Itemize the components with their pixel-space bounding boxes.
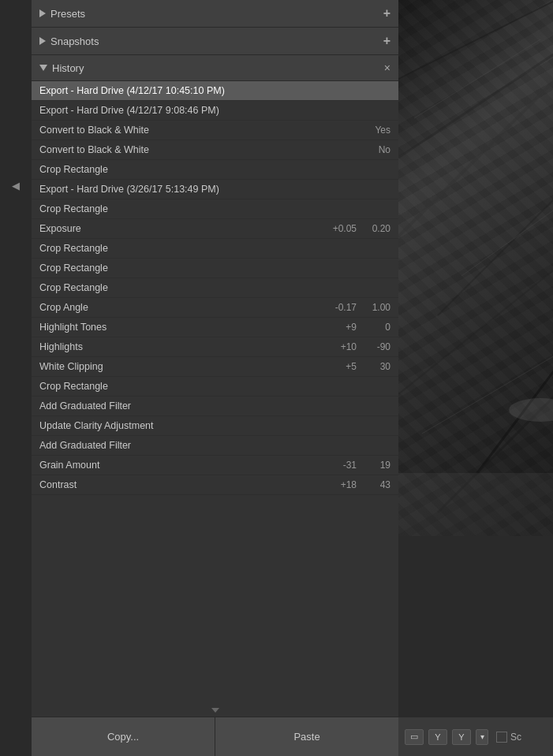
history-item[interactable]: Contrast+1843 [32,475,398,495]
y2-icon: Y [458,732,464,742]
history-item[interactable]: Add Graduated Filter [32,397,398,416]
history-item[interactable]: Highlights+10-90 [32,337,398,357]
history-item[interactable]: Export - Hard Drive (3/26/17 5:13:49 PM) [32,180,398,199]
history-item-val1: -31 [329,460,357,471]
history-item[interactable]: Crop Rectangle [32,239,398,259]
presets-collapse-icon [39,9,46,17]
history-item-values: No [363,144,390,155]
history-item[interactable]: Grain Amount-3119 [32,456,398,475]
history-item-values: +0.050.20 [329,223,390,234]
presets-title: Presets [50,8,85,20]
history-item[interactable]: Crop Rectangle [32,160,398,180]
history-item-name: White Clipping [39,361,329,372]
history-item-val2: 19 [363,460,390,471]
history-item[interactable]: Crop Rectangle [32,377,398,397]
history-item-name: Highlight Tones [39,322,329,333]
snapshots-add-button[interactable]: + [383,34,390,48]
dropdown-icon: ▾ [480,732,484,741]
presets-section-header[interactable]: Presets + [32,0,398,28]
history-item[interactable]: Convert to Black & WhiteYes [32,121,398,140]
history-item-val1: No [363,144,390,155]
rectangle-tool-button[interactable]: ▭ [405,729,424,745]
history-item-name: Crop Rectangle [39,164,390,175]
history-item-val2: 0 [363,322,390,333]
history-item-values: -3119 [329,460,390,471]
svg-line-4 [477,158,553,473]
history-item-name: Crop Rectangle [39,203,390,214]
rectangle-icon: ▭ [410,732,418,742]
history-item[interactable]: Add Graduated Filter [32,436,398,456]
dropdown-button[interactable]: ▾ [476,729,488,745]
history-item-name: Grain Amount [39,460,329,471]
history-item-values: +530 [329,361,390,372]
photo-panel: ▭ Y Y ▾ Sc [398,0,553,756]
y-icon: Y [435,732,440,742]
snapshots-section-header[interactable]: Snapshots + [32,28,398,55]
history-item-name: Convert to Black & White [39,125,363,136]
sc-checkbox[interactable] [496,732,507,743]
history-item[interactable]: Update Clarity Adjustment [32,416,398,436]
scroll-indicator [32,704,398,717]
photo-display [398,0,553,536]
history-item[interactable]: Crop Rectangle [32,278,398,298]
svg-point-11 [509,398,553,422]
history-section-header[interactable]: History × [32,55,398,81]
history-item-values: -0.171.00 [329,302,390,313]
history-item-val2: 1.00 [363,302,390,313]
history-item-name: Convert to Black & White [39,144,363,155]
presets-add-button[interactable]: + [383,6,390,20]
y-tool-button[interactable]: Y [428,729,447,745]
history-item-name: Crop Rectangle [39,381,390,392]
history-item[interactable]: Crop Rectangle [32,199,398,219]
history-item-val1: +0.05 [329,223,357,234]
history-item-name: Exposure [39,223,329,234]
svg-line-3 [398,79,553,236]
right-toolbar: ▭ Y Y ▾ Sc [398,717,553,756]
history-item-values: +90 [329,322,390,333]
history-item-val1: Yes [363,125,390,136]
history-item-name: Export - Hard Drive (4/12/17 10:45:10 PM… [39,85,390,96]
history-list: Export - Hard Drive (4/12/17 10:45:10 PM… [32,81,398,704]
history-item[interactable]: Exposure+0.050.20 [32,219,398,239]
history-item[interactable]: Highlight Tones+90 [32,318,398,337]
history-item-name: Update Clarity Adjustment [39,420,390,431]
history-item[interactable]: Export - Hard Drive (4/12/17 10:45:10 PM… [32,81,398,101]
history-close-button[interactable]: × [384,61,390,74]
develop-panel: Presets + Snapshots + History × Export -… [32,0,398,756]
history-item-val2: 43 [363,479,390,490]
history-item-val2: 0.20 [363,223,390,234]
paste-button[interactable]: Paste [215,717,398,756]
history-item-val1: +10 [329,341,357,352]
photo-area [398,0,553,717]
svg-line-8 [461,197,553,276]
snapshots-header-left: Snapshots [39,35,99,47]
history-item-name: Add Graduated Filter [39,400,390,412]
history-item-values: +10-90 [329,341,390,352]
history-item-name: Export - Hard Drive (4/12/17 9:08:46 PM) [39,105,390,116]
presets-header-left: Presets [39,8,85,20]
history-item[interactable]: Convert to Black & WhiteNo [32,140,398,160]
snapshots-collapse-icon [39,37,46,45]
history-item-val1: +18 [329,479,357,490]
left-sidebar-bar: ◀ [0,0,32,756]
history-item-name: Crop Rectangle [39,243,390,254]
history-item-values: +1843 [329,479,390,490]
history-item[interactable]: Crop Rectangle [32,259,398,278]
copy-button[interactable]: Copy... [32,717,215,756]
history-item[interactable]: Export - Hard Drive (4/12/17 9:08:46 PM) [32,101,398,121]
svg-line-9 [422,355,553,434]
svg-rect-10 [398,473,553,536]
history-item[interactable]: Crop Angle-0.171.00 [32,298,398,318]
sc-label: Sc [510,732,521,743]
history-item-name: Crop Rectangle [39,263,390,274]
scroll-down-icon [211,708,219,713]
y2-tool-button[interactable]: Y [452,729,471,745]
history-item-name: Crop Rectangle [39,282,390,293]
history-item-name: Contrast [39,479,329,490]
history-item-val1: +5 [329,361,357,372]
history-item-val2: 30 [363,361,390,372]
panel-collapse-arrow[interactable]: ◀ [10,173,21,197]
history-title: History [52,62,84,74]
history-item[interactable]: White Clipping+530 [32,357,398,377]
sc-checkbox-area: Sc [496,732,521,743]
